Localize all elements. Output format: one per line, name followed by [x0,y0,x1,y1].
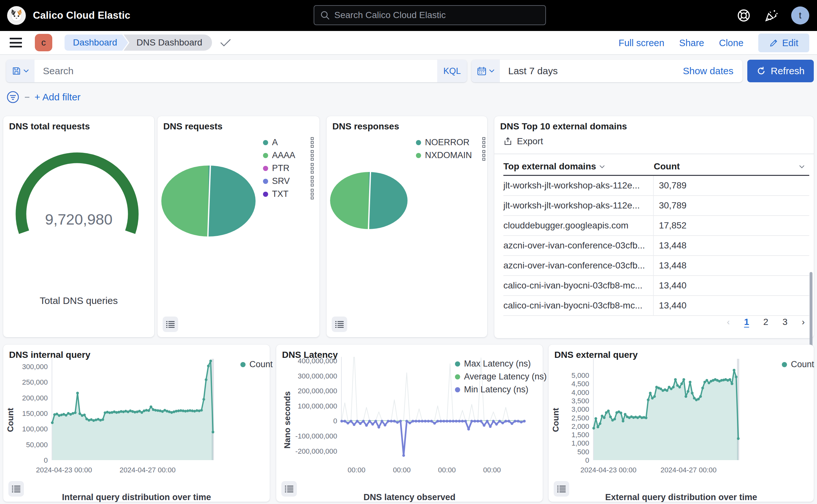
panel-legend-toggle-button[interactable] [163,317,178,332]
filter-divider [25,97,29,98]
legend-item[interactable]: TXT [263,190,314,198]
panel-dns-responses: DNS responses NOERRORNXDOMAIN [327,116,487,337]
legend-item[interactable]: Max Latency (ns) [455,359,547,368]
space-badge[interactable]: c [35,34,52,51]
svg-text:4,000: 4,000 [571,388,589,397]
menu-hamburger-icon[interactable] [10,38,22,47]
svg-text:1,000: 1,000 [571,439,589,447]
panel-legend-toggle-button[interactable] [8,481,24,497]
sort-chevron-icon [599,165,605,168]
news-party-popper-icon[interactable] [763,8,779,23]
panel-title[interactable]: DNS Top 10 external domains [500,121,627,132]
kql-search-input[interactable] [35,66,437,76]
svg-text:00:00: 00:00 [393,466,411,474]
time-range-value[interactable]: Last 7 days [508,66,683,76]
kql-toggle[interactable]: KQL [437,60,467,82]
cell-count: 13,448 [654,240,687,251]
svg-text:00:00: 00:00 [483,466,501,474]
saved-check-icon[interactable] [220,38,231,47]
legend-item[interactable]: Count [782,360,814,369]
filter-icon[interactable] [6,90,20,104]
panel-title[interactable]: DNS requests [163,121,223,132]
panel-title[interactable]: DNS responses [332,121,399,132]
dns-responses-legend: NOERRORNXDOMAIN [416,138,485,160]
pie-slice-divider [368,172,371,229]
saved-query-button[interactable] [6,60,35,82]
refresh-button[interactable]: Refresh [747,60,814,82]
legend-dot-icon [416,153,421,158]
legend-actions-icon[interactable] [311,163,314,174]
pagination-prev[interactable]: ‹ [727,317,730,327]
column-header-count[interactable]: Count [654,161,805,172]
column-header-domains[interactable]: Top external domains [503,161,654,172]
legend-item[interactable]: SRV [263,177,314,186]
pie-slice-divider [207,166,211,237]
svg-text:0: 0 [585,456,589,464]
svg-text:2,000: 2,000 [571,422,589,430]
global-search-input[interactable] [334,10,528,20]
legend-item[interactable]: NOERROR [416,138,485,147]
svg-text:250,000: 250,000 [22,378,48,386]
legend-actions-icon[interactable] [482,137,485,148]
svg-text:00:00: 00:00 [438,466,456,474]
dns-responses-pie[interactable] [330,172,408,229]
legend-item[interactable]: PTR [263,164,314,173]
svg-text:200,000,000: 200,000,000 [298,387,337,395]
sort-chevron-icon [799,165,805,168]
legend-item[interactable]: NXDOMAIN [416,151,485,160]
export-button[interactable]: Export [503,136,543,146]
svg-text:1,500: 1,500 [571,431,589,439]
panel-legend-toggle-button[interactable] [332,317,347,332]
pagination-page-2[interactable]: 2 [763,317,769,327]
table-row: azcni-over-ivan-conference-03cfb...13,44… [503,236,809,256]
internal-query-legend: Count [240,360,273,369]
edit-button[interactable]: Edit [758,34,809,52]
cell-domain: calico-cni-ivan-byocni-03cfb8-mc... [503,276,654,295]
legend-dot-icon [263,140,268,145]
legend-item[interactable]: AAAA [263,151,314,160]
user-avatar[interactable]: t [791,6,809,25]
global-search[interactable] [314,5,546,25]
legend-label: A [272,137,278,147]
calendar-button[interactable] [471,60,500,82]
share-link[interactable]: Share [679,38,704,48]
panel-legend-toggle-button[interactable] [281,481,297,497]
legend-actions-icon[interactable] [311,137,314,148]
show-dates-link[interactable]: Show dates [683,66,733,76]
legend-actions-icon[interactable] [311,150,314,161]
add-filter-link[interactable]: + Add filter [35,92,81,103]
pagination-page-1[interactable]: 1 [744,317,749,327]
pagination-page-3[interactable]: 3 [782,317,788,327]
panel-legend-toggle-button[interactable] [554,481,569,497]
legend-actions-icon[interactable] [482,150,485,161]
fullscreen-link[interactable]: Full screen [619,38,664,48]
export-icon [503,137,512,146]
svg-text:0: 0 [333,417,337,425]
svg-text:5,000: 5,000 [571,371,589,379]
dns-requests-pie[interactable] [161,166,256,237]
svg-text:0: 0 [44,456,48,464]
legend-item[interactable]: A [263,138,314,147]
legend-item[interactable]: Count [240,360,273,369]
legend-item[interactable]: Min Latency (ns) [455,385,547,394]
table-row: calico-cni-ivan-byocni-03cfb8-mc...13,44… [503,276,809,296]
svg-text:500: 500 [577,448,589,456]
pagination-next[interactable]: › [802,317,805,327]
cell-domain: azcni-over-ivan-conference-03cfb... [503,236,654,255]
calendar-icon [477,66,487,76]
clone-link[interactable]: Clone [719,38,743,48]
internal-query-chart[interactable]: 050,000100,000150,000200,000250,000300,0… [3,357,270,477]
legend-label: SRV [272,176,290,186]
help-lifering-icon[interactable] [736,8,751,23]
calico-logo[interactable] [7,6,26,25]
breadcrumb-dashboard[interactable]: Dashboard [65,35,122,51]
search-icon [320,10,330,20]
external-query-chart[interactable]: 05001,0001,5002,0002,5003,0003,5004,0004… [549,357,814,477]
breadcrumb-dns-dashboard[interactable]: DNS Dashboard [124,35,212,51]
divider [494,154,814,154]
svg-text:4,500: 4,500 [571,380,589,388]
panel-dns-external-query: DNS external query Count 05001,0001,5002… [549,345,814,502]
legend-actions-icon[interactable] [311,176,314,186]
legend-actions-icon[interactable] [311,189,314,199]
legend-item[interactable]: Average Latency (ns) [455,372,547,381]
